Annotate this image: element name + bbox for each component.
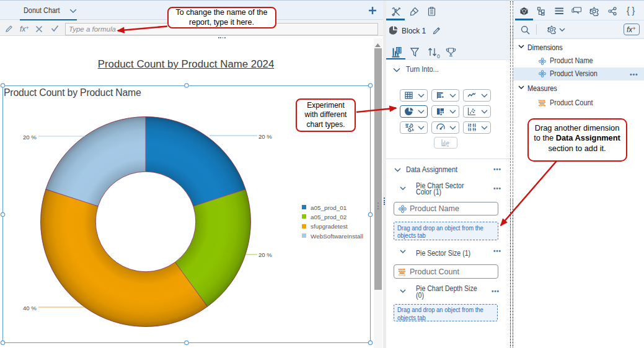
svg-text:0: 0	[437, 53, 440, 59]
